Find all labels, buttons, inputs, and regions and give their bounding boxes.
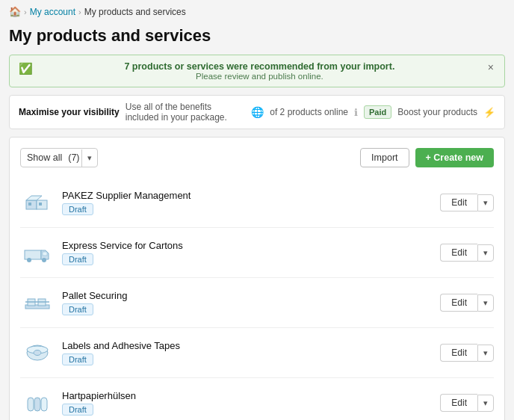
visibility-label: Maximise your visibility <box>19 107 120 117</box>
products-content-box: Show all (7) ▾ Import + Create new PAKEZ… <box>9 137 505 420</box>
breadcrumb-account-link[interactable]: My account <box>30 7 75 17</box>
product-status-badge: Draft <box>62 203 93 215</box>
create-new-button[interactable]: + Create new <box>415 148 494 167</box>
svg-rect-18 <box>34 398 40 411</box>
product-name: Labels and Adhesive Tapes <box>62 340 433 351</box>
home-icon[interactable]: 🏠 <box>9 6 21 17</box>
svg-point-16 <box>34 350 41 356</box>
product-name: Express Service for Cartons <box>62 240 433 251</box>
product-actions: Edit ▾ <box>440 194 494 211</box>
product-item: Labels and Adhesive Tapes Draft Edit ▾ <box>20 328 494 378</box>
product-item: Pallet Securing Draft Edit ▾ <box>20 278 494 328</box>
product-item: PAKEZ Supplier Management Draft Edit ▾ <box>20 178 494 228</box>
online-icon: 🌐 <box>251 106 264 118</box>
product-info: Express Service for Cartons Draft <box>62 240 433 265</box>
import-button[interactable]: Import <box>360 148 409 167</box>
svg-rect-3 <box>28 203 31 206</box>
product-thumbnail <box>20 185 55 220</box>
breadcrumb-sep-1: › <box>24 7 27 16</box>
product-thumbnail <box>20 336 55 370</box>
product-actions: Edit ▾ <box>440 344 494 362</box>
product-status-badge: Draft <box>62 353 93 365</box>
online-count: of 2 products online <box>270 107 348 117</box>
product-thumbnail <box>20 386 55 420</box>
product-thumbnail <box>20 235 55 270</box>
notification-subtitle: Please review and publish online. <box>39 72 480 81</box>
edit-button[interactable]: Edit <box>440 344 477 362</box>
svg-rect-19 <box>41 398 47 411</box>
visibility-description: Use all of the benefits included in your… <box>126 102 246 123</box>
toolbar-row: Show all (7) ▾ Import + Create new <box>20 148 494 167</box>
notification-banner: ✅ 7 products or services were recommende… <box>9 55 505 87</box>
product-thumbnail <box>20 285 55 320</box>
svg-marker-2 <box>26 196 42 200</box>
edit-dropdown-chevron[interactable]: ▾ <box>477 294 494 312</box>
edit-button[interactable]: Edit <box>440 394 477 412</box>
product-name: Hartpapierhülsen <box>62 390 433 401</box>
product-info: Hartpapierhülsen Draft <box>62 390 433 416</box>
edit-button[interactable]: Edit <box>440 294 477 312</box>
product-actions: Edit ▾ <box>440 394 494 412</box>
svg-rect-4 <box>39 203 42 206</box>
product-status-badge: Draft <box>62 253 93 265</box>
product-info: Pallet Securing Draft <box>62 290 433 315</box>
edit-dropdown-chevron[interactable]: ▾ <box>477 194 494 211</box>
product-actions: Edit ▾ <box>440 294 494 312</box>
info-icon-online: ℹ <box>354 107 358 118</box>
boost-label[interactable]: Boost your products <box>397 107 477 117</box>
product-item: Express Service for Cartons Draft Edit ▾ <box>20 228 494 278</box>
breadcrumb-current: My products and services <box>84 7 186 17</box>
product-name: Pallet Securing <box>62 290 433 301</box>
svg-point-8 <box>27 258 31 262</box>
svg-point-9 <box>42 258 46 262</box>
toolbar-buttons: Import + Create new <box>360 148 494 167</box>
breadcrumb-sep-2: › <box>78 7 81 16</box>
show-all-count: (7) <box>68 149 81 167</box>
edit-button[interactable]: Edit <box>440 244 477 262</box>
page-title: My products and services <box>0 23 514 55</box>
product-list: PAKEZ Supplier Management Draft Edit ▾ E… <box>20 178 494 420</box>
svg-rect-5 <box>25 250 41 259</box>
notification-title: 7 products or services were recommended … <box>39 61 480 72</box>
product-info: Labels and Adhesive Tapes Draft <box>62 340 433 365</box>
check-circle-icon: ✅ <box>19 62 33 75</box>
show-all-label: Show all <box>21 149 68 167</box>
boost-icon: ⚡ <box>483 107 495 118</box>
edit-button[interactable]: Edit <box>440 194 477 211</box>
svg-rect-17 <box>28 398 34 411</box>
breadcrumb: 🏠 › My account › My products and service… <box>0 0 514 23</box>
product-actions: Edit ▾ <box>440 244 494 262</box>
product-status-badge: Draft <box>62 303 93 315</box>
edit-dropdown-chevron[interactable]: ▾ <box>477 244 494 262</box>
product-item: Hartpapierhülsen Draft Edit ▾ <box>20 378 494 420</box>
chevron-down-icon: ▾ <box>81 149 97 167</box>
show-all-dropdown[interactable]: Show all (7) ▾ <box>20 148 98 167</box>
notification-text: 7 products or services were recommended … <box>39 61 480 81</box>
edit-dropdown-chevron[interactable]: ▾ <box>477 345 494 362</box>
edit-dropdown-chevron[interactable]: ▾ <box>477 395 494 412</box>
visibility-bar: Maximise your visibility Use all of the … <box>9 95 505 129</box>
product-info: PAKEZ Supplier Management Draft <box>62 190 433 215</box>
paid-badge: Paid <box>364 105 391 119</box>
notification-close-button[interactable]: × <box>486 61 495 73</box>
product-name: PAKEZ Supplier Management <box>62 190 433 201</box>
svg-rect-7 <box>43 252 47 256</box>
product-status-badge: Draft <box>62 404 93 416</box>
